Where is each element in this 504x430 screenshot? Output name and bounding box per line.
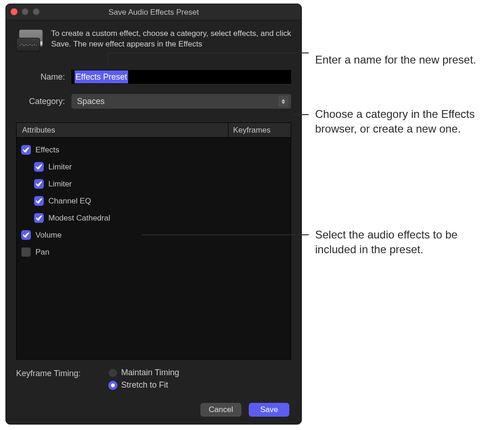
callout-name: Enter a name for the new preset. [315,52,476,67]
callout-effects: Select the audio effects to be included … [315,227,490,257]
callout-category: Choose a category in the Effects browser… [315,107,490,137]
